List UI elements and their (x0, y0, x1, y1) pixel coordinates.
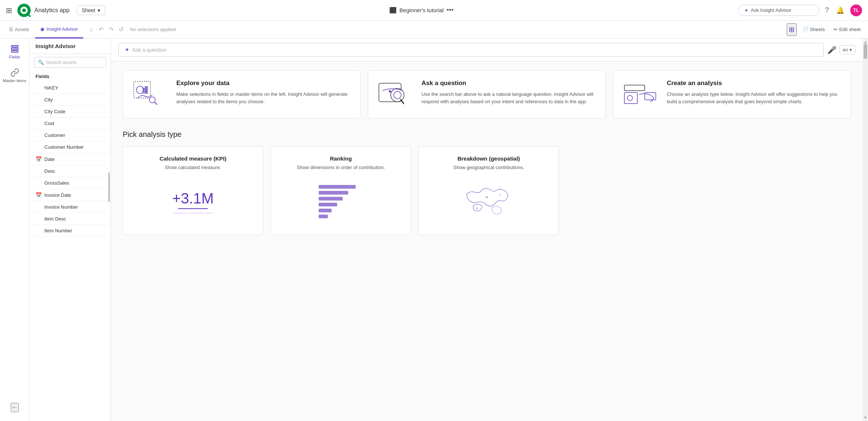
kpi-underline (178, 208, 208, 209)
ask-placeholder: Ask a question (132, 47, 166, 53)
svg-line-16 (401, 100, 404, 104)
top-nav: ⊞ Analytics app Sheet ▾ ⬛ Beginner's tut… (0, 0, 868, 21)
field-item[interactable]: Desc (30, 165, 111, 177)
ask-card-content: Ask a question Use the search bar above … (421, 80, 596, 105)
field-item[interactable]: Customer Number (30, 141, 111, 153)
ask-insight-label: Ask Insight Advisor (751, 7, 791, 13)
sheets-button[interactable]: 📄 Sheets (800, 25, 828, 34)
sidebar-item-fields[interactable]: Fields (9, 44, 20, 59)
nav-right: ✦ Ask Insight Advisor ? 🔔 TL (738, 4, 862, 16)
scroll-down-button[interactable]: ▼ (864, 415, 867, 420)
chevron-down-icon: ▾ (98, 7, 100, 13)
section-title: Pick analysis type (123, 130, 851, 139)
svg-rect-5 (11, 48, 18, 50)
field-name: Item Desc (44, 216, 66, 222)
assets-icon: ☰ (9, 27, 13, 32)
svg-point-17 (389, 90, 391, 92)
field-item[interactable]: Cost (30, 118, 111, 129)
refresh-action-button[interactable]: ↺ (116, 24, 126, 34)
sidebar-item-master-items[interactable]: Master items (3, 68, 26, 83)
ask-card-desc: Use the search bar above to ask a natura… (421, 91, 596, 105)
main-content: ✦ Ask a question 🎤 en ▾ (111, 38, 863, 421)
kpi-dots (173, 213, 213, 213)
sheet-dropdown[interactable]: Sheet ▾ (77, 6, 105, 15)
field-name: %KEY (44, 85, 58, 91)
mic-icon[interactable]: 🎤 (827, 46, 837, 54)
language-selector[interactable]: en ▾ (840, 45, 855, 54)
secondary-nav: ☰ Assets ◉ Insight Advisor ⌕ ↶ ↷ ↺ No se… (0, 21, 868, 38)
ask-question-card: Ask a question Use the search bar above … (368, 70, 606, 118)
kpi-card-desc: Show calculated measure. (165, 165, 221, 170)
kpi-card[interactable]: Calculated measure (KPI) Show calculated… (123, 146, 263, 235)
fields-list: %KEY City City Code Cost Customer Custom… (30, 82, 111, 421)
avatar[interactable]: TL (850, 4, 862, 16)
ranking-card-title: Ranking (330, 155, 352, 162)
create-icon-area (623, 80, 660, 109)
create-analysis-card: Create an analysis Choose an analysis ty… (613, 70, 851, 118)
tutorial-icon: ⬛ (389, 7, 397, 14)
assets-button[interactable]: ☰ Assets (4, 25, 34, 34)
sparkle-icon: ✦ (744, 7, 749, 13)
search-icon: 🔍 (38, 60, 44, 65)
field-item[interactable]: Customer (30, 129, 111, 141)
sheets-label: Sheets (810, 27, 825, 32)
scroll-thumb[interactable] (864, 44, 867, 59)
grid-view-button[interactable]: ⊞ (787, 23, 797, 36)
field-item[interactable]: Item Number (30, 225, 111, 237)
field-item[interactable]: City Code (30, 106, 111, 118)
geo-card-desc: Show geographical contributions. (453, 165, 524, 170)
field-name: City Code (44, 109, 65, 114)
calendar-icon: 📅 (35, 156, 41, 162)
collapse-panel-button[interactable]: ← (11, 403, 19, 412)
create-card-content: Create an analysis Choose an analysis ty… (667, 80, 842, 105)
fields-panel: Insight Advisor 🔍 Search assets Fields %… (30, 38, 111, 421)
field-item[interactable]: GrossSales (30, 177, 111, 189)
search-placeholder: Search assets (46, 60, 77, 65)
field-name: Desc (44, 168, 55, 174)
field-name: Invoice Date (44, 192, 71, 198)
kpi-value: +3.1M (172, 190, 214, 207)
analysis-cards: Calculated measure (KPI) Show calculated… (123, 146, 851, 235)
notifications-button[interactable]: 🔔 (835, 5, 846, 16)
ask-question-input[interactable]: ✦ Ask a question (118, 43, 824, 57)
main-layout: Fields Master items ← Insight Advisor 🔍 … (0, 38, 868, 421)
sparkle-icon: ✦ (125, 46, 129, 53)
more-options-icon[interactable]: ••• (447, 6, 454, 14)
search-action-button[interactable]: ⌕ (88, 25, 96, 34)
ask-bar-right: 🎤 en ▾ (827, 45, 855, 54)
geospatial-card[interactable]: Breakdown (geospatial) Show geographical… (418, 146, 559, 235)
assets-label: Assets (15, 27, 29, 32)
scroll-up-button[interactable]: ▲ (864, 40, 867, 44)
field-item[interactable]: %KEY (30, 82, 111, 94)
svg-rect-4 (11, 46, 18, 47)
svg-point-22 (486, 196, 488, 198)
field-item[interactable]: City (30, 94, 111, 106)
svg-rect-6 (11, 51, 18, 52)
content-area: Explore your data Make selections in fie… (111, 61, 863, 244)
field-item[interactable]: Item Desc (30, 213, 111, 225)
explore-icon-area (132, 80, 169, 109)
svg-point-20 (627, 95, 633, 101)
field-item[interactable]: 📅 Date (30, 153, 111, 165)
field-name: City (44, 97, 52, 102)
sheet-dropdown-label: Sheet (82, 7, 95, 13)
svg-line-12 (155, 102, 157, 105)
create-card-desc: Choose an analysis type below. Insight A… (667, 91, 842, 105)
help-button[interactable]: ? (824, 5, 830, 16)
insight-advisor-tab[interactable]: ◉ Insight Advisor (35, 21, 83, 38)
svg-point-2 (22, 9, 26, 12)
search-assets-input[interactable]: 🔍 Search assets (34, 57, 106, 68)
right-scrollbar[interactable]: ▲ ▼ (863, 38, 868, 421)
forward-action-button[interactable]: ↷ (106, 24, 116, 34)
grid-menu-icon[interactable]: ⊞ (6, 6, 12, 15)
ask-insight-button[interactable]: ✦ Ask Insight Advisor (738, 5, 819, 16)
back-action-button[interactable]: ↶ (96, 24, 106, 34)
edit-sheet-button[interactable]: ✏ Edit sheet (831, 25, 864, 34)
ranking-card-desc: Show dimensions in order of contribution… (297, 165, 385, 170)
field-item[interactable]: 📅 Invoice Date (30, 189, 111, 201)
explore-card-content: Explore your data Make selections in fie… (176, 80, 351, 105)
field-item[interactable]: Invoice Number (30, 201, 111, 213)
svg-point-11 (149, 97, 155, 103)
ranking-card[interactable]: Ranking Show dimensions in order of cont… (271, 146, 411, 235)
qlik-logo[interactable]: Analytics app (17, 3, 69, 18)
